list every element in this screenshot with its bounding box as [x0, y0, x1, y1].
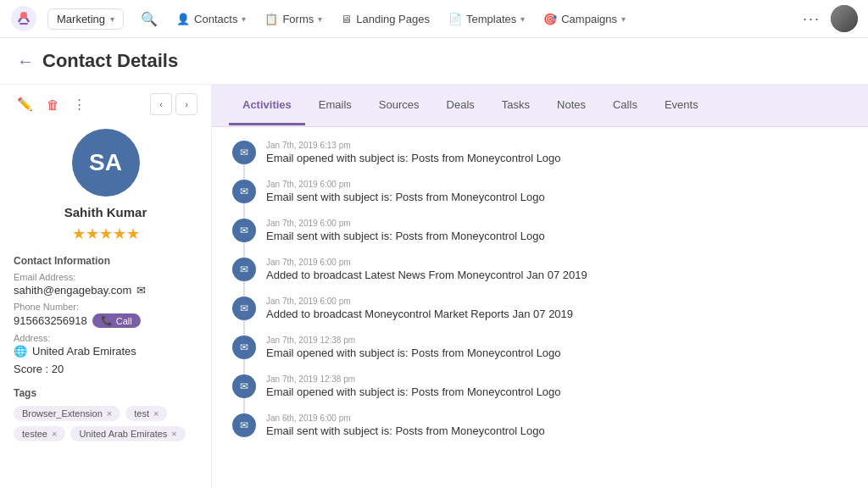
- activity-icon: ✉: [232, 180, 256, 203]
- activity-icon: ✉: [232, 258, 256, 281]
- contact-avatar: SA: [72, 129, 140, 197]
- email-label: Email Address:: [14, 272, 198, 282]
- nav-item-campaigns[interactable]: 🎯 Campaigns ▾: [535, 8, 634, 30]
- activity-timestamp: Jan 7th, 2019 6:00 pm: [266, 258, 848, 267]
- activity-text: Email sent with subject is: Posts from M…: [266, 191, 848, 203]
- nav-label-forms: Forms: [282, 13, 314, 25]
- activity-content: Jan 7th, 2019 12:38 pmEmail opened with …: [266, 374, 848, 398]
- activity-timestamp: Jan 7th, 2019 12:38 pm: [266, 336, 848, 345]
- content-area: ✏️ 🗑 ⋮ ‹ › SA Sahith Kumar ★★★★★ Contact…: [0, 85, 868, 488]
- nav-item-contacts[interactable]: 👤 Contacts ▾: [168, 8, 254, 30]
- back-button[interactable]: ←: [17, 52, 34, 71]
- workspace-label: Marketing: [57, 13, 105, 25]
- activity-content: Jan 7th, 2019 12:38 pmEmail opened with …: [266, 336, 848, 359]
- tab-sources[interactable]: Sources: [365, 86, 433, 125]
- tag-remove-button[interactable]: ×: [171, 429, 176, 439]
- delete-button[interactable]: 🗑: [43, 94, 63, 115]
- edit-button[interactable]: ✏️: [14, 93, 36, 115]
- activity-icon: ✉: [232, 336, 256, 359]
- user-avatar: [831, 5, 858, 32]
- activity-icon: ✉: [232, 413, 256, 437]
- nav-item-forms[interactable]: 📋 Forms ▾: [256, 8, 331, 30]
- activity-content: Jan 7th, 2019 6:00 pmAdded to broadcast …: [266, 297, 848, 320]
- forms-chevron: ▾: [318, 14, 322, 24]
- activity-content: Jan 6th, 2019 6:00 pmEmail sent with sub…: [266, 413, 848, 437]
- prev-contact-button[interactable]: ‹: [150, 93, 172, 115]
- forms-icon: 📋: [264, 13, 278, 25]
- templates-chevron: ▾: [520, 14, 525, 24]
- contact-rating: ★★★★★: [14, 225, 198, 243]
- tag-item: Browser_Extension×: [14, 406, 120, 421]
- tab-notes[interactable]: Notes: [543, 86, 599, 125]
- activity-content: Jan 7th, 2019 6:00 pmEmail sent with sub…: [266, 180, 848, 203]
- activities-feed: ✉Jan 7th, 2019 6:13 pmEmail opened with …: [212, 127, 868, 488]
- campaigns-icon: 🎯: [543, 13, 557, 25]
- tag-item: United Arab Emirates×: [70, 426, 185, 441]
- address-value: 🌐 United Arab Emirates: [14, 345, 198, 358]
- activity-text: Email opened with subject is: Posts from…: [266, 385, 848, 398]
- tabs-bar: ActivitiesEmailsSourcesDealsTasksNotesCa…: [212, 85, 868, 127]
- activity-item: ✉Jan 6th, 2019 6:00 pmEmail sent with su…: [232, 413, 848, 437]
- campaigns-chevron: ▾: [621, 14, 626, 24]
- tag-item: test×: [125, 406, 167, 421]
- activity-timestamp: Jan 7th, 2019 6:00 pm: [266, 297, 848, 306]
- contact-sidebar: ✏️ 🗑 ⋮ ‹ › SA Sahith Kumar ★★★★★ Contact…: [0, 85, 212, 488]
- activity-icon: ✉: [232, 297, 256, 320]
- main-panel: ActivitiesEmailsSourcesDealsTasksNotesCa…: [212, 85, 868, 488]
- page-header: ← Contact Details: [0, 38, 868, 85]
- email-value: sahith@engagebay.com ✉: [14, 284, 198, 297]
- next-contact-button[interactable]: ›: [175, 93, 198, 115]
- sidebar-toolbar: ✏️ 🗑 ⋮ ‹ ›: [14, 93, 198, 115]
- activity-item: ✉Jan 7th, 2019 6:00 pmEmail sent with su…: [232, 219, 848, 242]
- activity-timestamp: Jan 7th, 2019 6:00 pm: [266, 219, 848, 228]
- user-avatar-button[interactable]: [831, 5, 858, 32]
- svg-point-1: [20, 12, 27, 19]
- more-menu-button[interactable]: ···: [796, 5, 827, 33]
- activity-timestamp: Jan 7th, 2019 6:00 pm: [266, 180, 848, 189]
- globe-icon: 🌐: [14, 345, 27, 358]
- top-navigation: Marketing ▾ 🔍 👤 Contacts ▾ 📋 Forms ▾ 🖥 L…: [0, 0, 868, 38]
- activity-icon: ✉: [232, 374, 256, 398]
- tag-item: testee×: [14, 426, 65, 441]
- tab-emails[interactable]: Emails: [305, 86, 365, 125]
- contacts-icon: 👤: [176, 13, 190, 25]
- tab-events[interactable]: Events: [651, 86, 712, 125]
- phone-icon: 📞: [101, 315, 113, 326]
- tag-remove-button[interactable]: ×: [107, 408, 112, 419]
- activity-timestamp: Jan 6th, 2019 6:00 pm: [266, 413, 848, 423]
- tag-remove-button[interactable]: ×: [153, 408, 159, 419]
- page-title: Contact Details: [42, 50, 178, 72]
- search-button[interactable]: 🔍: [134, 8, 164, 30]
- avatar-initials: SA: [89, 149, 122, 176]
- nav-label-landing-pages: Landing Pages: [356, 13, 430, 25]
- tag-label: testee: [22, 429, 47, 439]
- tag-remove-button[interactable]: ×: [52, 429, 57, 439]
- app-logo[interactable]: [10, 5, 37, 32]
- tab-deals[interactable]: Deals: [433, 86, 488, 125]
- email-icon: ✉: [136, 284, 146, 297]
- tab-tasks[interactable]: Tasks: [488, 86, 543, 125]
- nav-item-landing-pages[interactable]: 🖥 Landing Pages: [332, 8, 438, 30]
- tags-section: Tags Browser_Extension×test×testee×Unite…: [14, 387, 198, 441]
- activity-content: Jan 7th, 2019 6:00 pmEmail sent with sub…: [266, 219, 848, 242]
- activity-text: Added to broadcast Moneycontrol Market R…: [266, 308, 848, 320]
- workspace-selector[interactable]: Marketing ▾: [47, 8, 124, 30]
- tags-list: Browser_Extension×test×testee×United Ara…: [14, 406, 198, 441]
- nav-label-templates: Templates: [466, 13, 516, 25]
- tab-activities[interactable]: Activities: [229, 86, 305, 125]
- nav-item-templates[interactable]: 📄 Templates ▾: [440, 8, 533, 30]
- info-section-title: Contact Information: [14, 255, 198, 267]
- address-label: Address:: [14, 333, 198, 343]
- nav-items: 👤 Contacts ▾ 📋 Forms ▾ 🖥 Landing Pages 📄…: [168, 8, 793, 30]
- tags-title: Tags: [14, 387, 198, 399]
- activity-timestamp: Jan 7th, 2019 12:38 pm: [266, 374, 848, 384]
- contact-score: Score : 20: [14, 363, 198, 375]
- activity-content: Jan 7th, 2019 6:13 pmEmail opened with s…: [266, 141, 848, 164]
- activity-icon: ✉: [232, 219, 256, 242]
- more-options-button[interactable]: ⋮: [70, 93, 89, 115]
- call-button[interactable]: 📞 Call: [92, 313, 141, 328]
- activity-item: ✉Jan 7th, 2019 6:13 pmEmail opened with …: [232, 141, 848, 164]
- nav-label-campaigns: Campaigns: [561, 13, 617, 25]
- tab-calls[interactable]: Calls: [599, 86, 651, 125]
- activity-item: ✉Jan 7th, 2019 12:38 pmEmail opened with…: [232, 336, 848, 359]
